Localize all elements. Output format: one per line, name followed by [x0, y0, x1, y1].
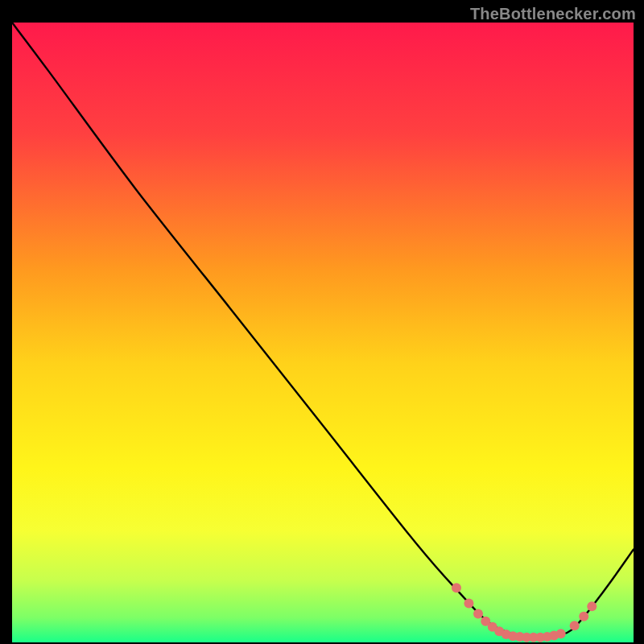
marker-dot — [452, 583, 461, 592]
marker-dot — [473, 609, 483, 619]
marker-dot — [579, 612, 588, 621]
gradient-background — [12, 23, 634, 642]
marker-dot — [556, 629, 566, 638]
chart-plot — [12, 23, 634, 642]
attribution-text: TheBottlenecker.com — [470, 5, 636, 23]
marker-dot — [570, 621, 580, 630]
chart-frame: TheBottlenecker.com — [0, 0, 644, 644]
chart-svg — [12, 23, 634, 642]
marker-dot — [587, 601, 597, 611]
marker-dot — [464, 598, 473, 608]
